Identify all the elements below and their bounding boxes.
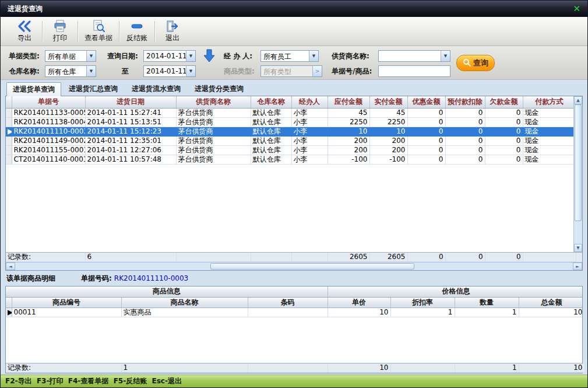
cell[interactable]: 小李 [291,155,328,164]
cell[interactable]: 默认仓库 [251,136,291,145]
cell[interactable]: 现金 [523,136,576,145]
tab-summary-query[interactable]: 进退货汇总查询 [62,82,124,96]
column-header[interactable]: 单据号 [12,96,85,108]
cell[interactable]: CT2014011140-0001 [12,155,85,164]
cell[interactable]: 0 [485,136,523,145]
cell[interactable]: 茅台供货商 [176,155,251,164]
cell[interactable]: 小李 [291,108,328,117]
cell[interactable]: 茅台供货商 [176,108,251,117]
scroll-down-icon[interactable]: ▼ [574,244,582,252]
table-row[interactable]: RK2014011149-00022014-01-11 12:35:01茅台供货… [6,136,576,145]
cell[interactable]: 0 [485,117,523,127]
column-header[interactable]: 数量 [455,297,519,307]
cell[interactable]: RK2014011110-0003 [12,127,85,136]
cell[interactable]: 0 [445,117,485,127]
cell[interactable]: 茅台供货商 [176,127,251,136]
cell[interactable]: 200 [369,145,407,155]
cell[interactable]: 0 [445,136,485,145]
doc-type-select[interactable]: 所有单据 ▼ [45,50,96,62]
cell[interactable]: 45 [369,108,407,117]
scroll-left-icon[interactable]: ◄ [6,263,15,270]
cell[interactable]: 小李 [291,117,328,127]
cell[interactable]: 2014-01-11 15:13:51 [85,117,176,127]
cell[interactable]: 10 [519,307,582,317]
cell[interactable]: 茅台供货商 [176,117,251,127]
horizontal-scrollbar[interactable]: ◄ ► [6,262,582,270]
column-header[interactable]: 经办人 [291,96,328,108]
column-header[interactable]: 进货日期 [85,96,176,108]
column-header[interactable]: 付款方式 [523,96,576,108]
cell[interactable]: 小李 [291,127,328,136]
cell[interactable]: 小李 [291,136,328,145]
cell[interactable]: 2250 [369,117,407,127]
table-row[interactable]: ▶00011实惠商品101110 [6,307,582,317]
column-header[interactable]: 总金额 [519,297,582,307]
tab-doc-query[interactable]: 进退货单查询 [6,82,61,96]
cell[interactable]: 0 [407,145,445,155]
cell[interactable]: RK2014011155-0001 [12,145,85,155]
cell[interactable]: 0 [445,155,485,164]
column-header[interactable]: 供货商名称 [176,96,251,108]
cell[interactable]: 200 [328,136,369,145]
chevron-down-icon[interactable]: ▼ [186,51,195,61]
chevron-down-icon[interactable]: ▼ [309,51,318,61]
horizontal-scroll-thumb[interactable] [210,263,414,270]
cell[interactable]: 2014-01-11 10:57:48 [85,155,176,164]
table-row[interactable]: RK2014011138-00042014-01-11 15:13:51茅台供货… [6,117,576,127]
cell[interactable]: 默认仓库 [251,145,291,155]
print-button[interactable]: 打印 [44,18,76,45]
cell[interactable]: 10 [328,127,369,136]
cell[interactable]: 2014-01-11 12:35:01 [85,136,176,145]
cell[interactable]: 0 [407,136,445,145]
column-header[interactable]: 单价 [328,297,390,307]
cell[interactable]: 200 [369,136,407,145]
export-button[interactable]: 导出 [9,18,40,45]
cell[interactable]: 0 [485,108,523,117]
cell[interactable]: 实惠商品 [121,307,248,317]
cell[interactable]: 2014-01-11 12:27:06 [85,145,176,155]
column-header[interactable]: 商品名称 [121,297,248,307]
cell[interactable]: 默认仓库 [251,127,291,136]
column-header[interactable]: 预付款扣除 [445,96,485,108]
chevron-down-icon[interactable]: ▼ [86,51,96,61]
cell[interactable]: 0 [407,117,445,127]
column-header[interactable]: 欠款金额 [485,96,523,108]
cell[interactable]: 现金 [523,117,576,127]
column-header[interactable]: 条码 [248,297,328,307]
search-button[interactable]: 查询 [456,55,495,71]
column-header[interactable]: 仓库名称 [251,96,291,108]
cell[interactable]: 0 [407,108,445,117]
close-icon[interactable]: ✕ [573,4,580,14]
cell[interactable]: 200 [328,145,369,155]
column-header[interactable]: 折扣率 [390,297,455,307]
column-header[interactable]: 商品编号 [12,297,121,307]
cell[interactable]: 默认仓库 [251,155,291,164]
cell[interactable]: 2250 [328,117,369,127]
cell[interactable]: 默认仓库 [251,108,291,117]
cell[interactable]: 茅台供货商 [176,136,251,145]
cell[interactable]: -100 [369,155,407,164]
cell[interactable]: 0 [407,127,445,136]
cell[interactable]: 0 [485,155,523,164]
chevron-down-icon[interactable]: ▼ [186,66,195,76]
vertical-scroll-track[interactable] [574,104,582,244]
cell[interactable]: 现金 [523,155,576,164]
cell[interactable]: 0 [445,108,485,117]
to-date-select[interactable]: 2014-01-11 ▼ [143,65,196,77]
cell[interactable]: 1 [390,307,455,317]
cell[interactable]: RK2014011149-0002 [12,136,85,145]
cell[interactable]: 现金 [523,145,576,155]
cell[interactable]: 小李 [291,145,328,155]
cell[interactable]: 0 [445,127,485,136]
warehouse-select[interactable]: 所有仓库 ▼ [45,65,96,77]
supplier-select[interactable]: ▼ [378,50,450,62]
cell[interactable]: 00011 [12,307,121,317]
column-header[interactable]: 优惠金额 [407,96,445,108]
tab-category-query[interactable]: 进退货分类查询 [188,82,250,96]
cell[interactable]: 现金 [523,108,576,117]
table-row[interactable]: RK2014011133-00052014-01-11 15:27:41茅台供货… [6,108,576,117]
cell[interactable]: 2014-01-11 15:12:23 [85,127,176,136]
chevron-down-icon[interactable]: ▼ [441,51,450,61]
cell[interactable] [248,307,328,317]
cell[interactable]: 0 [485,145,523,155]
